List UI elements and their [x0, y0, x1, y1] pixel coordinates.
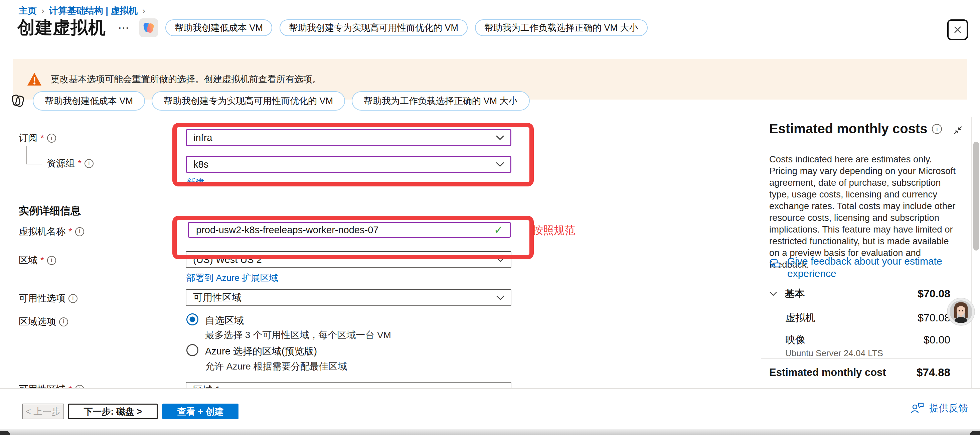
copilot-suggestion-high-availability[interactable]: 帮助我创建专为实现高可用性而优化的 VM	[280, 19, 468, 36]
edge-zone-link[interactable]: 部署到 Azure 扩展区域	[186, 272, 278, 284]
assistant-avatar[interactable]	[947, 298, 975, 326]
info-icon[interactable]: i	[84, 159, 94, 168]
availability-options-label: 可用性选项 i	[19, 293, 78, 304]
cost-group-amount: $70.08	[918, 288, 950, 300]
vm-name-label: 虚拟机名称 * i	[19, 226, 84, 237]
radio-self-selected-zones[interactable]	[186, 313, 199, 325]
window-corner	[970, 431, 980, 435]
copilot-outline-icon[interactable]	[10, 92, 26, 109]
give-feedback-link-text: 提供反馈	[929, 402, 968, 415]
zone-options-label: 区域选项 i	[19, 316, 68, 327]
next-disks-button[interactable]: 下一步: 磁盘 >	[68, 403, 158, 419]
chevron-down-icon	[496, 257, 505, 262]
cost-total-row: Estimated monthly cost $74.88	[769, 365, 950, 380]
resource-group-dropdown[interactable]: k8s	[186, 156, 511, 173]
review-create-button[interactable]: 查看 + 创建	[162, 403, 239, 419]
toolbar-suggestion-low-cost[interactable]: 帮助我创建低成本 VM	[33, 91, 145, 111]
valid-check-icon: ✓	[494, 223, 504, 237]
chevron-down-icon	[496, 162, 504, 167]
instance-details-heading: 实例详细信息	[19, 204, 81, 218]
copilot-icon[interactable]	[139, 18, 158, 37]
cost-item-amount: $70.08	[918, 312, 950, 324]
scrollbar-thumb[interactable]	[973, 142, 979, 250]
required-marker: *	[40, 133, 44, 143]
cost-total-label: Estimated monthly cost	[769, 366, 886, 379]
chevron-down-icon	[769, 292, 777, 296]
cost-item-name: 映像	[785, 333, 805, 347]
warning-message: 更改基本选项可能会重置所做的选择。创建虚拟机前查看所有选项。	[51, 73, 321, 85]
costs-panel-title: Estimated monthly costs	[769, 121, 927, 136]
chevron-down-icon	[496, 295, 505, 300]
info-icon[interactable]: i	[75, 227, 84, 236]
cost-item-detail: Ubuntu Server 24.04 LTS	[785, 348, 883, 359]
chevron-down-icon	[496, 135, 504, 140]
collapse-panel-icon[interactable]	[952, 124, 964, 136]
copilot-toolbar: 帮助我创建低成本 VM 帮助我创建专为实现高可用性而优化的 VM 帮助我为工作负…	[10, 91, 530, 111]
toolbar-suggestion-vm-size[interactable]: 帮助我为工作负载选择正确的 VM 大小	[352, 91, 530, 111]
previous-button: < 上一步	[22, 403, 64, 419]
availability-options-label-text: 可用性选项	[19, 292, 65, 305]
window-bottom-strip	[0, 429, 980, 435]
chevron-right-icon: ›	[41, 6, 45, 16]
cost-item-name: 虚拟机	[785, 311, 815, 325]
info-icon[interactable]: i	[68, 294, 78, 303]
info-icon[interactable]: i	[59, 317, 68, 327]
toolbar-suggestion-high-availability[interactable]: 帮助我创建专为实现高可用性而优化的 VM	[152, 91, 345, 111]
region-dropdown[interactable]: (US) West US 2	[186, 251, 511, 268]
breadcrumb-current-link[interactable]: 计算基础结构 | 虚拟机	[49, 5, 138, 17]
feedback-bubbles-icon	[769, 258, 783, 271]
info-icon[interactable]: i	[47, 134, 56, 143]
resource-group-label-text: 资源组	[47, 157, 75, 170]
scrollbar-track	[971, 117, 972, 389]
required-marker: *	[78, 158, 81, 169]
region-label-text: 区域	[19, 254, 37, 267]
resource-group-label: 资源组 * i	[47, 158, 94, 169]
estimated-costs-panel: Estimated monthly costs i Costs indicate…	[761, 115, 980, 389]
radio-azure-selected-zones[interactable]	[186, 344, 199, 356]
vm-name-annotation: 按照规范	[533, 223, 575, 238]
required-marker: *	[68, 226, 72, 237]
vm-name-label-text: 虚拟机名称	[19, 225, 65, 238]
vm-name-value: prod-usw2-k8s-freeleaps-worker-nodes-07	[196, 225, 379, 236]
cost-total-amount: $74.88	[916, 366, 950, 379]
zone-options-label-text: 区域选项	[19, 315, 56, 328]
copilot-suggestion-vm-size[interactable]: 帮助我为工作负载选择正确的 VM 大小	[475, 19, 648, 36]
costs-disclaimer-text: Costs indicated here are estimates only.…	[769, 153, 956, 270]
close-button[interactable]	[947, 19, 968, 40]
estimate-feedback-link[interactable]: Give feedback about your estimate experi…	[769, 255, 950, 280]
cost-item-amount: $0.00	[924, 334, 950, 346]
info-icon[interactable]: i	[47, 256, 56, 265]
cost-group-name: 基本	[784, 287, 805, 301]
create-vm-page: 主页 › 计算基础结构 | 虚拟机 › 创建虚拟机 ⋯ 帮助我创建低成本	[0, 0, 980, 435]
availability-options-dropdown[interactable]: 可用性区域	[186, 289, 511, 306]
breadcrumb-home-link[interactable]: 主页	[19, 5, 37, 17]
radio-self-selected-zones-description: 最多选择 3 个可用性区域，每个区域一台 VM	[205, 329, 391, 341]
close-icon	[953, 25, 963, 35]
radio-self-selected-zones-label[interactable]: 自选区域	[205, 314, 244, 327]
estimate-feedback-link-text: Give feedback about your estimate experi…	[787, 255, 950, 280]
tree-connector-line	[26, 147, 42, 164]
availability-options-value: 可用性区域	[193, 291, 242, 304]
copilot-suggestion-low-cost[interactable]: 帮助我创建低成本 VM	[165, 19, 272, 36]
region-value: (US) West US 2	[193, 254, 262, 265]
subscription-dropdown[interactable]: infra	[186, 129, 511, 147]
create-new-resource-group-link[interactable]: 新建	[186, 177, 204, 188]
cost-item-row: 虚拟机 $70.08	[769, 311, 950, 324]
page-title: 创建虚拟机	[18, 16, 106, 40]
more-options-icon[interactable]: ⋯	[118, 21, 130, 34]
info-icon[interactable]: i	[932, 124, 942, 134]
cost-group-row[interactable]: 基本 $70.08	[769, 287, 950, 300]
warning-icon	[27, 72, 42, 86]
region-label: 区域 * i	[19, 255, 56, 266]
subscription-label-text: 订阅	[19, 132, 37, 144]
vm-name-input[interactable]: prod-usw2-k8s-freeleaps-worker-nodes-07 …	[188, 222, 511, 238]
resource-group-value: k8s	[193, 159, 208, 170]
costs-panel-header: Estimated monthly costs i	[769, 121, 942, 136]
give-feedback-link[interactable]: 提供反馈	[910, 402, 968, 415]
subscription-label: 订阅 * i	[19, 132, 56, 143]
radio-azure-selected-zones-description: 允许 Azure 根据需要分配最佳区域	[205, 360, 347, 373]
radio-azure-selected-zones-label[interactable]: Azure 选择的区域(预览版)	[205, 345, 317, 358]
divider	[761, 359, 972, 359]
subscription-value: infra	[193, 132, 212, 143]
copilot-logo-icon	[142, 21, 155, 34]
